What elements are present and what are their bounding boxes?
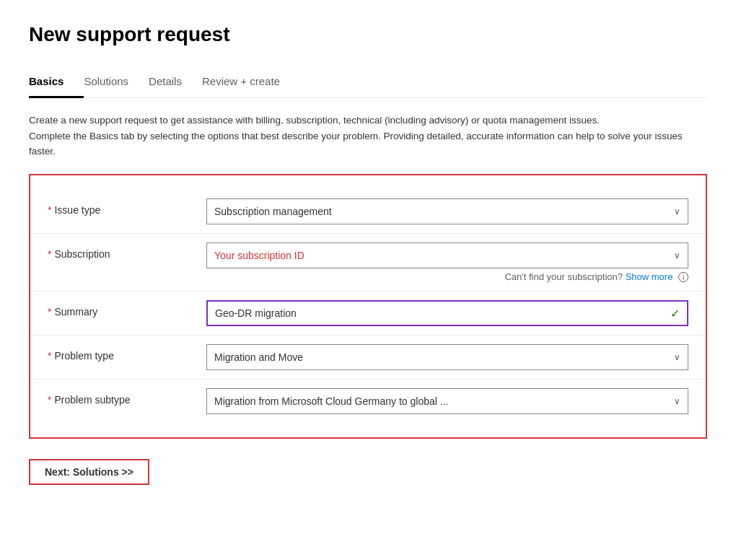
form-row-subscription: * Subscription Your subscription ID ∨ Ca… bbox=[48, 234, 688, 292]
summary-value: Geo-DR migration bbox=[215, 307, 670, 319]
subscription-value: Your subscription ID bbox=[214, 250, 668, 261]
tab-basics[interactable]: Basics bbox=[29, 66, 84, 98]
required-star-summary: * bbox=[48, 306, 51, 318]
subscription-hint: Can't find your subscription? Show more … bbox=[206, 271, 688, 283]
summary-checkmark-icon: ✓ bbox=[670, 307, 680, 320]
subscription-dropdown[interactable]: Your subscription ID ∨ bbox=[206, 242, 688, 268]
required-star-problem-subtype: * bbox=[48, 394, 51, 406]
subscription-chevron-icon: ∨ bbox=[674, 250, 680, 261]
tab-review-create[interactable]: Review + create bbox=[202, 66, 300, 98]
required-star-subscription: * bbox=[48, 248, 51, 260]
show-more-link[interactable]: Show more bbox=[626, 271, 673, 282]
next-solutions-button[interactable]: Next: Solutions >> bbox=[29, 459, 149, 485]
required-star-problem-type: * bbox=[48, 350, 51, 362]
summary-field: Geo-DR migration ✓ bbox=[206, 300, 688, 326]
problem-subtype-value: Migration from Microsoft Cloud Germany t… bbox=[214, 395, 668, 407]
issue-type-field: Subscription management ∨ bbox=[206, 198, 688, 224]
info-icon[interactable]: i bbox=[678, 272, 688, 282]
description-text: Create a new support request to get assi… bbox=[29, 113, 707, 159]
summary-label: * Summary bbox=[48, 300, 206, 318]
page-title: New support request bbox=[29, 23, 707, 46]
problem-type-label: * Problem type bbox=[48, 344, 206, 362]
problem-subtype-field: Migration from Microsoft Cloud Germany t… bbox=[206, 388, 688, 414]
problem-type-value: Migration and Move bbox=[214, 351, 668, 363]
problem-type-dropdown[interactable]: Migration and Move ∨ bbox=[206, 344, 688, 370]
problem-subtype-dropdown[interactable]: Migration from Microsoft Cloud Germany t… bbox=[206, 388, 688, 414]
subscription-label: * Subscription bbox=[48, 242, 206, 260]
issue-type-value: Subscription management bbox=[214, 206, 668, 217]
summary-input[interactable]: Geo-DR migration ✓ bbox=[206, 300, 688, 326]
issue-type-label: * Issue type bbox=[48, 198, 206, 216]
problem-type-field: Migration and Move ∨ bbox=[206, 344, 688, 370]
problem-subtype-chevron-icon: ∨ bbox=[674, 396, 680, 406]
form-row-problem-subtype: * Problem subtype Migration from Microso… bbox=[48, 380, 688, 423]
tab-solutions[interactable]: Solutions bbox=[84, 66, 149, 98]
form-row-summary: * Summary Geo-DR migration ✓ bbox=[48, 292, 688, 335]
required-star-issue-type: * bbox=[48, 204, 51, 216]
issue-type-dropdown[interactable]: Subscription management ∨ bbox=[206, 198, 688, 224]
problem-subtype-label: * Problem subtype bbox=[48, 388, 206, 406]
problem-type-chevron-icon: ∨ bbox=[674, 352, 680, 362]
form-container: * Issue type Subscription management ∨ *… bbox=[29, 174, 707, 439]
subscription-field: Your subscription ID ∨ Can't find your s… bbox=[206, 242, 688, 283]
form-row-issue-type: * Issue type Subscription management ∨ bbox=[48, 190, 688, 233]
tabs-nav: Basics Solutions Details Review + create bbox=[29, 66, 707, 98]
form-row-problem-type: * Problem type Migration and Move ∨ bbox=[48, 336, 688, 379]
issue-type-chevron-icon: ∨ bbox=[674, 206, 680, 216]
tab-details[interactable]: Details bbox=[149, 66, 202, 98]
